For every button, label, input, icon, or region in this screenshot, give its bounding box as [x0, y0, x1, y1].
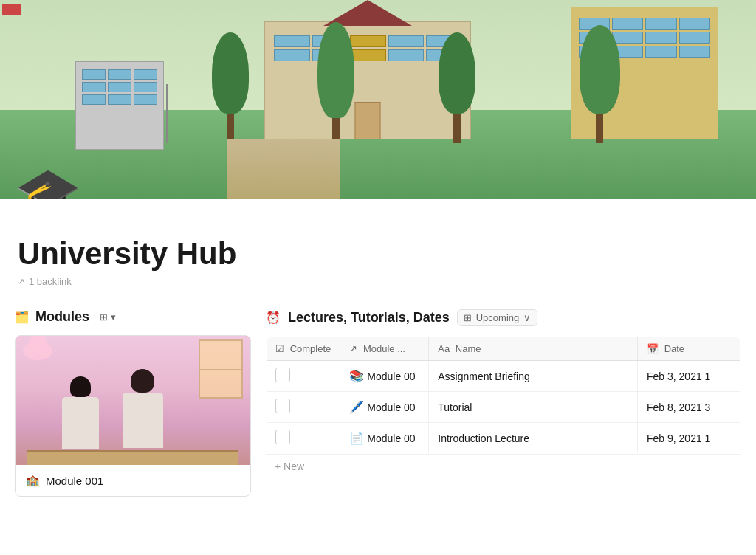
- database-section: ⏰ Lectures, Tutorials, Dates ⊞ Upcoming …: [266, 309, 741, 478]
- module-col-icon: ↗: [349, 343, 357, 354]
- db-section-icon: ⏰: [266, 311, 281, 325]
- module-card[interactable]: 🏫 Module 001: [15, 335, 251, 497]
- card-title: Module 001: [46, 475, 103, 487]
- date-cell: Feb 3, 2021 1: [638, 361, 741, 392]
- backlink-icon: ↗: [18, 277, 24, 286]
- card-icon: 🏫: [26, 474, 40, 487]
- name-col-icon: Aa: [438, 343, 450, 354]
- page-icon: 🎓: [15, 168, 81, 199]
- modules-section-icon: 🗂️: [15, 310, 30, 324]
- card-label: 🏫 Module 001: [16, 465, 250, 496]
- table-row[interactable]: 📄Module 00Introduction LectureFeb 9, 202…: [267, 423, 741, 454]
- col-header-name: Aa Name: [429, 337, 638, 361]
- col-header-module: ↗ Module ...: [340, 337, 429, 361]
- row-module-icon: 📚: [349, 370, 364, 382]
- name-cell: Tutorial: [429, 392, 638, 423]
- module-cell: 📄Module 00: [340, 423, 429, 454]
- hero-banner: 🎓: [0, 0, 756, 199]
- backlink-row[interactable]: ↗ 1 backlink: [15, 276, 741, 287]
- db-view-label: Upcoming: [476, 312, 520, 323]
- card-image: [16, 336, 250, 465]
- database-table: ☑ Complete ↗ Module ... Aa Name 📅: [266, 337, 741, 454]
- db-view-chevron-icon: ∨: [523, 312, 531, 323]
- col-header-date: 📅 Date: [638, 337, 741, 361]
- db-view-grid-icon: ⊞: [464, 312, 472, 323]
- col-header-complete: ☑ Complete: [267, 337, 340, 361]
- complete-checkbox[interactable]: [275, 368, 290, 382]
- row-module-icon: 📄: [349, 432, 364, 444]
- complete-cell: [267, 392, 340, 423]
- date-cell: Feb 8, 2021 3: [638, 392, 741, 423]
- modules-view-grid-icon: ⊞: [100, 311, 108, 323]
- modules-section-title: Modules: [35, 309, 89, 325]
- db-section-title: Lectures, Tutorials, Dates: [288, 310, 450, 325]
- complete-checkbox[interactable]: [275, 430, 290, 444]
- module-cell: 📚Module 00: [340, 361, 429, 392]
- date-cell: Feb 9, 2021 1: [638, 423, 741, 454]
- module-cell: 🖊️Module 00: [340, 392, 429, 423]
- complete-cell: [267, 361, 340, 392]
- table-row[interactable]: 🖊️Module 00TutorialFeb 8, 2021 3: [267, 392, 741, 423]
- name-cell: Introduction Lecture: [429, 423, 638, 454]
- modules-section: 🗂️ Modules ⊞ ▾: [15, 309, 251, 497]
- backlink-label: 1 backlink: [29, 276, 72, 287]
- modules-view-chevron: ▾: [111, 311, 116, 323]
- complete-cell: [267, 423, 340, 454]
- complete-checkbox[interactable]: [275, 399, 290, 413]
- row-module-icon: 🖊️: [349, 401, 364, 413]
- db-view-button[interactable]: ⊞ Upcoming ∨: [457, 309, 538, 326]
- name-cell: Assignment Briefing: [429, 361, 638, 392]
- modules-view-button[interactable]: ⊞ ▾: [95, 310, 120, 324]
- table-row[interactable]: 📚Module 00Assignment BriefingFeb 3, 2021…: [267, 361, 741, 392]
- page-title: University Hub: [15, 236, 741, 272]
- new-row-button[interactable]: + New: [266, 454, 741, 478]
- date-col-icon: 📅: [647, 343, 659, 354]
- complete-col-icon: ☑: [275, 343, 284, 354]
